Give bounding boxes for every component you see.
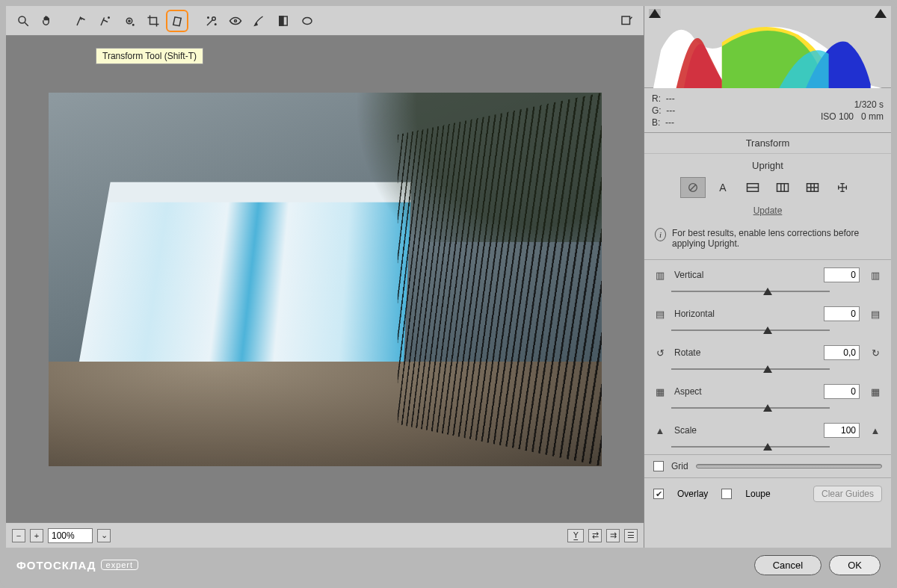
aspect-slider[interactable] (653, 403, 882, 412)
grid-checkbox[interactable] (653, 461, 664, 471)
swap-views-icon[interactable]: ⇄ (588, 529, 602, 542)
b-value: --- (665, 117, 674, 128)
svg-line-15 (690, 185, 696, 191)
horizontal-left-icon: ▤ (653, 309, 667, 320)
r-label: R: (652, 93, 661, 104)
upright-level-button[interactable] (740, 177, 765, 198)
horizontal-input[interactable] (824, 306, 860, 321)
svg-point-9 (235, 19, 237, 22)
vertical-label: Vertical (674, 270, 816, 280)
graduated-filter-tool-icon[interactable] (272, 10, 295, 32)
scale-left-icon: ▲ (653, 425, 667, 436)
scale-label: Scale (674, 425, 816, 436)
brand-text: ФОТОСКЛАД (16, 559, 96, 572)
aspect-label: Aspect (674, 386, 816, 397)
histogram-icon (653, 12, 882, 88)
vertical-right-icon: ▥ (869, 270, 882, 281)
svg-line-1 (25, 22, 28, 26)
zoom-out-button[interactable]: − (12, 529, 25, 542)
g-label: G: (652, 105, 662, 116)
upright-guided-button[interactable] (830, 177, 855, 198)
upright-tip-text: For best results, enable lens correction… (672, 228, 881, 249)
aspect-right-icon: ▦ (869, 386, 882, 397)
vertical-left-icon: ▥ (653, 270, 667, 281)
horizontal-label: Horizontal (674, 309, 816, 319)
zoom-dropdown-icon[interactable]: ⌄ (97, 529, 111, 542)
loupe-checkbox[interactable] (721, 489, 732, 499)
red-eye-tool-icon[interactable] (224, 10, 247, 32)
svg-point-2 (108, 16, 110, 18)
svg-point-8 (215, 23, 217, 25)
top-toolbar (6, 6, 644, 36)
upright-button-group: A (644, 174, 891, 204)
zoom-in-button[interactable]: + (30, 529, 43, 542)
svg-point-0 (19, 16, 25, 23)
horizontal-slider[interactable] (653, 326, 882, 335)
white-balance-tool-icon[interactable] (70, 10, 93, 32)
rotate-left-icon: ↺ (653, 347, 667, 359)
image-preview (49, 93, 602, 466)
upright-auto-button[interactable]: A (710, 177, 736, 198)
right-panel: R: --- G: --- B: --- 1/320 s ISO 100 0 m… (644, 6, 891, 548)
hand-tool-icon[interactable] (36, 10, 58, 32)
info-icon: i (655, 228, 666, 241)
upright-update-link[interactable]: Update (644, 204, 891, 223)
compare-mode-icon[interactable]: Y̲ (567, 529, 584, 542)
footer-bar: ФОТОСКЛАД expert Cancel OK (6, 548, 891, 582)
adjustment-brush-tool-icon[interactable] (248, 10, 271, 32)
clear-guides-button[interactable]: Clear Guides (813, 486, 882, 502)
status-bar: − + ⌄ Y̲ ⇄ ⇉ ☰ (6, 522, 644, 548)
canvas-area[interactable]: Transform Tool (Shift-T) (6, 36, 644, 522)
svg-rect-13 (622, 16, 630, 25)
b-label: B: (652, 117, 660, 128)
editor-left-pane: Transform Tool (Shift-T) − + ⌄ Y̲ ⇄ ⇉ (6, 6, 644, 548)
scale-input[interactable] (824, 423, 860, 438)
iso-value: ISO 100 (821, 111, 854, 122)
histogram-panel[interactable] (644, 6, 891, 88)
transform-sliders: ▥ Vertical ▥ ▤ Horizontal ▤ ↺ Rotate (644, 260, 891, 454)
crop-tool-icon[interactable] (142, 10, 164, 32)
overlay-label: Overlay (677, 489, 708, 499)
shutter-value: 1/320 s (854, 99, 884, 110)
open-preferences-icon[interactable] (615, 10, 638, 32)
overlay-checkbox[interactable]: ✔ (653, 489, 664, 499)
brand-logo: ФОТОСКЛАД expert (16, 559, 138, 572)
zoom-level-input[interactable] (48, 528, 93, 543)
rotate-right-icon: ↻ (869, 347, 882, 359)
grid-label: Grid (671, 461, 688, 471)
copy-settings-icon[interactable]: ⇉ (606, 529, 620, 542)
loupe-label: Loupe (745, 489, 770, 499)
upright-full-button[interactable] (800, 177, 825, 198)
vertical-slider[interactable] (653, 287, 882, 296)
rotate-input[interactable] (824, 345, 860, 360)
spot-removal-tool-icon[interactable] (200, 10, 223, 32)
scale-right-icon: ▲ (869, 425, 882, 436)
toggle-panels-icon[interactable]: ☰ (624, 529, 638, 542)
svg-point-6 (212, 16, 216, 20)
brand-sub: expert (101, 560, 139, 570)
upright-off-button[interactable] (680, 177, 706, 198)
exif-info-row: R: --- G: --- B: --- 1/320 s ISO 100 0 m… (644, 88, 891, 133)
svg-point-5 (133, 24, 135, 25)
scale-slider[interactable] (653, 442, 882, 451)
upright-vertical-button[interactable] (770, 177, 795, 198)
targeted-adjustment-tool-icon[interactable] (118, 10, 141, 32)
horizontal-right-icon: ▤ (869, 309, 882, 320)
transform-tool-icon[interactable] (166, 10, 188, 32)
radial-filter-tool-icon[interactable] (296, 10, 318, 32)
svg-rect-18 (777, 184, 789, 192)
rotate-slider[interactable] (653, 365, 882, 374)
svg-rect-11 (280, 16, 283, 25)
vertical-input[interactable] (824, 267, 860, 282)
svg-point-12 (303, 17, 312, 24)
r-value: --- (666, 93, 675, 104)
grid-row: Grid (644, 454, 891, 477)
zoom-tool-icon[interactable] (12, 10, 34, 32)
grid-size-slider[interactable] (696, 464, 882, 468)
aspect-input[interactable] (824, 384, 860, 399)
color-sampler-tool-icon[interactable] (94, 10, 117, 32)
ok-button[interactable]: OK (829, 555, 881, 575)
tool-tooltip: Transform Tool (Shift-T) (96, 48, 203, 64)
cancel-button[interactable]: Cancel (754, 555, 822, 575)
upright-tip: i For best results, enable lens correcti… (644, 223, 891, 260)
